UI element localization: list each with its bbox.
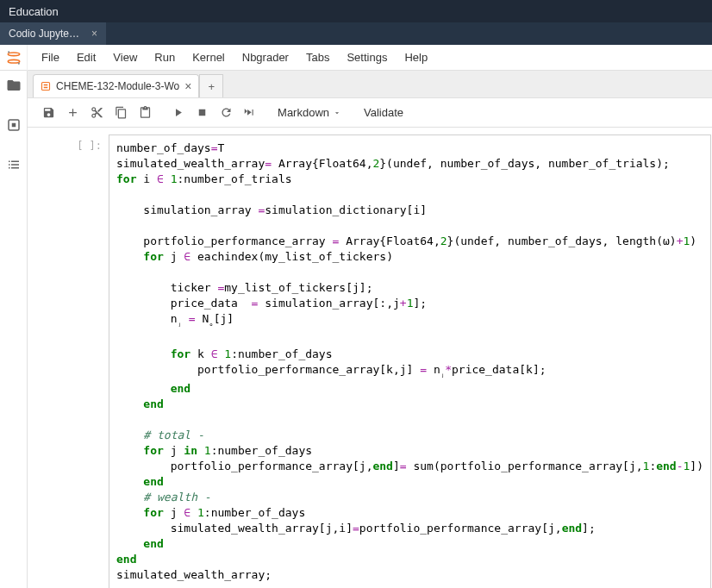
- folder-icon[interactable]: [6, 78, 22, 93]
- menu-nbgrader[interactable]: Nbgrader: [234, 45, 297, 71]
- cell-type-label: Markdown: [278, 106, 329, 119]
- menu-items: File Edit View Run Kernel Nbgrader Tabs …: [28, 45, 436, 71]
- menu-settings[interactable]: Settings: [338, 45, 396, 71]
- file-tabs: CHEME-132-Module-3-Wo × +: [28, 71, 712, 98]
- cell-type-select[interactable]: Markdown: [271, 106, 348, 119]
- svg-rect-7: [44, 84, 48, 86]
- app-tab-codio[interactable]: Codio Jupyte… ×: [0, 22, 106, 45]
- paste-button[interactable]: [133, 101, 157, 125]
- notebook-panel: [ ]: number_of_days=T simulated_wealth_a…: [28, 128, 712, 588]
- save-button[interactable]: [36, 101, 60, 125]
- restart-button[interactable]: [214, 101, 238, 125]
- run-button[interactable]: [166, 101, 190, 125]
- code-editor[interactable]: number_of_days=T simulated_wealth_array=…: [109, 134, 711, 588]
- svg-point-3: [17, 62, 19, 64]
- stop-button[interactable]: [190, 101, 214, 125]
- svg-rect-6: [42, 83, 50, 91]
- file-tab-label: CHEME-132-Module-3-Wo: [56, 80, 179, 92]
- menu-view[interactable]: View: [104, 45, 146, 71]
- new-tab-button[interactable]: +: [199, 74, 223, 97]
- app-tab-label: Codio Jupyte…: [9, 28, 79, 40]
- menubar: File Edit View Run Kernel Nbgrader Tabs …: [0, 45, 712, 71]
- cell-prompt: [ ]:: [64, 134, 109, 588]
- notebook-toolbar: Markdown Validate: [28, 98, 712, 128]
- svg-rect-5: [11, 123, 16, 128]
- chevron-down-icon: [333, 109, 341, 117]
- jupyter-logo[interactable]: [0, 45, 28, 71]
- close-icon[interactable]: ×: [91, 28, 97, 40]
- menu-help[interactable]: Help: [396, 45, 436, 71]
- activity-bar: [0, 71, 28, 588]
- window-title: Education: [9, 5, 59, 18]
- running-icon[interactable]: [6, 117, 22, 133]
- menu-run[interactable]: Run: [146, 45, 184, 71]
- close-icon[interactable]: ×: [184, 80, 191, 92]
- menu-kernel[interactable]: Kernel: [184, 45, 234, 71]
- menu-file[interactable]: File: [33, 45, 68, 71]
- menu-edit[interactable]: Edit: [68, 45, 104, 71]
- toc-icon[interactable]: [6, 157, 22, 172]
- svg-point-0: [8, 53, 19, 56]
- svg-point-2: [8, 51, 9, 53]
- menu-tabs[interactable]: Tabs: [297, 45, 338, 71]
- add-cell-button[interactable]: [60, 101, 84, 125]
- validate-button[interactable]: Validate: [357, 106, 410, 119]
- notebook-icon: [41, 81, 51, 91]
- code-cell[interactable]: [ ]: number_of_days=T simulated_wealth_a…: [28, 134, 712, 588]
- app-tabs: Codio Jupyte… ×: [0, 22, 712, 45]
- svg-rect-8: [44, 87, 48, 89]
- file-tab-notebook[interactable]: CHEME-132-Module-3-Wo ×: [33, 74, 199, 97]
- copy-button[interactable]: [109, 101, 133, 125]
- restart-run-all-button[interactable]: [238, 101, 262, 125]
- svg-point-1: [8, 59, 19, 63]
- cut-button[interactable]: [84, 101, 109, 125]
- window-titlebar: Education: [0, 0, 712, 22]
